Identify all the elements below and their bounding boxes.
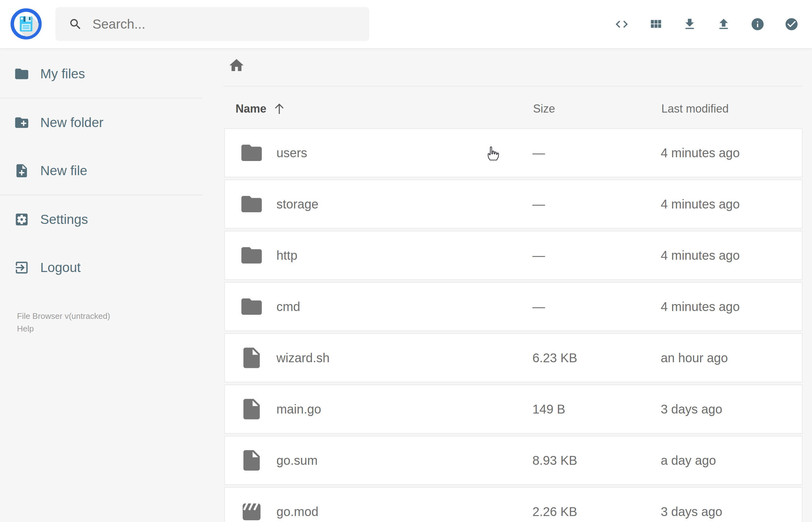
file-row[interactable]: go.sum 8.93 KB a day ago [224, 436, 803, 485]
folder-icon [14, 66, 29, 82]
search-input[interactable]: Search... [55, 7, 369, 41]
item-modified: 4 minutes ago [661, 300, 802, 314]
top-bar: Search... [0, 0, 812, 48]
settings-icon [14, 212, 29, 227]
sidebar-item-new-file[interactable]: New file [0, 146, 203, 195]
item-name: go.sum [277, 454, 318, 468]
listing-header: Name Size Last modified [203, 98, 812, 120]
file-listing: users — 4 minutes ago storage — 4 minute… [224, 128, 803, 522]
item-size: — [532, 248, 661, 263]
folder-icon [239, 294, 264, 319]
item-size: — [532, 300, 661, 314]
app-logo floppy-disk-logo-icon [11, 8, 42, 40]
folder-icon [239, 243, 264, 267]
new-file-icon [14, 163, 29, 179]
help-link[interactable]: Help [17, 322, 34, 335]
raw-code-button code-icon[interactable] [614, 17, 629, 32]
item-name: http [277, 248, 298, 263]
item-modified: 4 minutes ago [661, 248, 802, 263]
sidebar-item-logout[interactable]: Logout [0, 243, 203, 292]
filebrowser-app: Search... My files [0, 0, 812, 522]
item-modified: an hour ago [661, 351, 802, 365]
file-row[interactable]: go.mod 2.26 KB 3 days ago [224, 487, 803, 522]
file-row[interactable]: storage — 4 minutes ago [224, 180, 803, 228]
file-icon [239, 448, 264, 473]
movie-icon [239, 499, 264, 522]
new-folder-icon [14, 115, 29, 130]
item-size: — [532, 197, 661, 211]
file-icon [239, 397, 264, 421]
item-name: cmd [277, 300, 300, 314]
item-name: storage [277, 197, 318, 211]
sort-ascending-arrow-up-icon [272, 102, 286, 116]
breadcrumb-divider [223, 86, 803, 86]
item-modified: 3 days ago [661, 402, 802, 416]
item-modified: 4 minutes ago [661, 197, 802, 211]
item-name: users [277, 146, 307, 160]
file-row[interactable]: users — 4 minutes ago [224, 128, 803, 177]
breadcrumb-home-button[interactable] [228, 57, 245, 74]
item-size: 8.93 KB [532, 454, 661, 468]
sidebar-item-label: My files [40, 66, 85, 81]
sidebar-item-label: Logout [40, 260, 81, 275]
main-content: Name Size Last modified users — 4 minute… [203, 48, 812, 522]
sidebar-item-my-files[interactable]: My files [0, 50, 203, 98]
file-row[interactable]: wizard.sh 6.23 KB an hour ago [224, 333, 803, 382]
item-size: 149 B [532, 402, 661, 416]
item-size: 6.23 KB [532, 351, 661, 365]
logout-icon [14, 260, 29, 276]
upload-button upload-icon[interactable] [716, 17, 731, 32]
sidebar-footer: File Browser v(untracked) Help [0, 310, 203, 335]
info-button info-icon[interactable] [750, 17, 765, 32]
home-icon [228, 57, 245, 74]
topbar-actions [614, 0, 799, 48]
file-row[interactable]: http — 4 minutes ago [224, 231, 803, 280]
item-name: go.mod [277, 505, 318, 519]
file-row[interactable]: cmd — 4 minutes ago [224, 282, 803, 331]
file-row[interactable]: main.go 149 B 3 days ago [224, 385, 803, 434]
sidebar-item-label: New folder [40, 115, 103, 130]
switch-view-button grid-view-icon[interactable] [648, 17, 663, 32]
search-placeholder: Search... [93, 17, 145, 32]
folder-icon [239, 141, 264, 165]
item-name: main.go [277, 402, 321, 416]
file-icon [239, 346, 264, 370]
column-header-modified[interactable]: Last modified [662, 102, 729, 115]
sidebar-item-new-folder[interactable]: New folder [0, 98, 203, 146]
sidebar-item-label: New file [40, 163, 87, 178]
select-multiple-button check-circle-icon[interactable] [784, 17, 799, 32]
item-size: — [532, 146, 661, 160]
item-modified: a day ago [661, 454, 802, 468]
search-icon [68, 17, 82, 31]
app-version-text: File Browser v(untracked) [17, 310, 203, 322]
column-header-name[interactable]: Name [236, 102, 286, 116]
download-button download-icon[interactable] [683, 17, 697, 32]
item-modified: 4 minutes ago [661, 146, 802, 160]
item-name: wizard.sh [277, 351, 330, 365]
item-modified: 3 days ago [661, 505, 802, 519]
sidebar-item-settings[interactable]: Settings [0, 195, 203, 243]
folder-icon [239, 192, 264, 216]
column-header-size[interactable]: Size [533, 102, 555, 115]
item-size: 2.26 KB [532, 505, 661, 519]
sidebar: My files New folder New file Settings Lo… [0, 48, 203, 522]
sidebar-item-label: Settings [40, 212, 88, 227]
